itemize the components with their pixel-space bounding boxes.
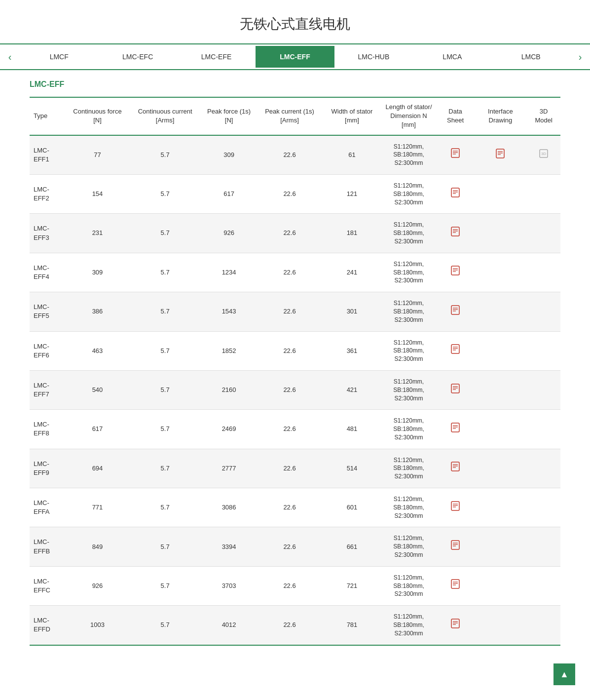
cell-peak-current: 22.6 — [256, 370, 324, 409]
cell-interface-drawing — [474, 527, 527, 566]
cell-continuous-force: 694 — [67, 449, 128, 488]
cell-peak-current: 22.6 — [256, 292, 324, 331]
cell-data-sheet[interactable] — [437, 370, 474, 409]
nav-tabs: LMCFLMC-EFCLMC-EFELMC-EFFLMC-HUBLMCALMCB — [20, 46, 570, 68]
cell-data-sheet[interactable] — [437, 214, 474, 253]
cell-peak-current: 22.6 — [256, 527, 324, 566]
cell-peak-current: 22.6 — [256, 566, 324, 605]
svg-rect-46 — [451, 541, 459, 549]
table-row: LMC-EFF96945.7277722.6514S1:120mm,SB:180… — [30, 449, 560, 488]
cell-data-sheet[interactable] — [437, 527, 474, 566]
cell-peak-force: 926 — [202, 214, 256, 253]
cell-continuous-force: 849 — [67, 527, 128, 566]
cell-interface-drawing[interactable] — [474, 135, 527, 175]
cell-continuous-force: 154 — [67, 174, 128, 213]
pdf-icon[interactable] — [451, 621, 460, 630]
pdf-icon[interactable] — [451, 386, 460, 395]
scroll-top-button[interactable]: ▲ — [553, 663, 575, 685]
3d-model-icon[interactable]: 3D — [539, 152, 548, 159]
nav-tab-lmcb[interactable]: LMCB — [492, 46, 570, 68]
cell-peak-current: 22.6 — [256, 214, 324, 253]
cell-peak-force: 3086 — [202, 488, 256, 527]
pdf-icon[interactable] — [451, 307, 460, 317]
cell-continuous-force: 617 — [67, 410, 128, 449]
table-row: LMC-EFFC9265.7370322.6721S1:120mm,SB:180… — [30, 566, 560, 605]
nav-left-arrow[interactable]: ‹ — [0, 44, 20, 69]
cell-continuous-current: 5.7 — [128, 488, 202, 527]
cell-type: LMC-EFFB — [30, 527, 67, 566]
cell-continuous-current: 5.7 — [128, 370, 202, 409]
cell-data-sheet[interactable] — [437, 292, 474, 331]
pdf-icon[interactable] — [451, 581, 460, 591]
nav-right-arrow[interactable]: › — [570, 44, 590, 69]
svg-rect-18 — [451, 266, 459, 275]
cell-type: LMC-EFF6 — [30, 331, 67, 370]
cell-data-sheet[interactable] — [437, 135, 474, 175]
col-header-data_sheet: Data Sheet — [437, 97, 474, 135]
cell-data-sheet[interactable] — [437, 410, 474, 449]
cell-data-sheet[interactable] — [437, 606, 474, 645]
cell-continuous-force: 1003 — [67, 606, 128, 645]
nav-tab-lmc-efc[interactable]: LMC-EFC — [98, 46, 177, 68]
cell-stator-dims: S1:120mm,SB:180mm,S2:300mm — [380, 370, 437, 409]
cell-type: LMC-EFFC — [30, 566, 67, 605]
nav-bar: ‹ LMCFLMC-EFCLMC-EFELMC-EFFLMC-HUBLMCALM… — [0, 43, 590, 70]
svg-rect-42 — [451, 502, 459, 510]
cell-3d-model — [527, 331, 560, 370]
cell-width-stator: 181 — [324, 214, 381, 253]
cell-type: LMC-EFF4 — [30, 253, 67, 292]
pdf-icon[interactable] — [451, 229, 460, 238]
cell-3d-model[interactable]: 3D — [527, 135, 560, 175]
cell-continuous-current: 5.7 — [128, 253, 202, 292]
cell-3d-model — [527, 370, 560, 409]
cell-width-stator: 421 — [324, 370, 381, 409]
col-header-type: Type — [30, 97, 67, 135]
cell-continuous-current: 5.7 — [128, 214, 202, 253]
nav-tab-lmc-eff[interactable]: LMC-EFF — [256, 46, 334, 68]
cell-stator-dims: S1:120mm,SB:180mm,S2:300mm — [380, 527, 437, 566]
table-row: LMC-EFF75405.7216022.6421S1:120mm,SB:180… — [30, 370, 560, 409]
cell-3d-model — [527, 606, 560, 645]
pdf-icon[interactable] — [451, 190, 460, 199]
cell-continuous-force: 386 — [67, 292, 128, 331]
pdf-icon[interactable] — [451, 503, 460, 513]
pdf-icon[interactable] — [496, 152, 505, 160]
cell-peak-current: 22.6 — [256, 488, 324, 527]
cell-peak-force: 2469 — [202, 410, 256, 449]
cell-peak-current: 22.6 — [256, 135, 324, 175]
cell-type: LMC-EFF9 — [30, 449, 67, 488]
pdf-icon[interactable] — [451, 425, 460, 434]
svg-rect-54 — [451, 619, 459, 628]
table-row: LMC-EFF21545.761722.6121S1:120mm,SB:180m… — [30, 174, 560, 213]
cell-data-sheet[interactable] — [437, 449, 474, 488]
cell-stator-dims: S1:120mm,SB:180mm,S2:300mm — [380, 606, 437, 645]
cell-stator-dims: S1:120mm,SB:180mm,S2:300mm — [380, 488, 437, 527]
nav-tab-lmc-efe[interactable]: LMC-EFE — [177, 46, 256, 68]
cell-3d-model — [527, 214, 560, 253]
cell-width-stator: 301 — [324, 292, 381, 331]
pdf-icon[interactable] — [451, 268, 460, 277]
cell-data-sheet[interactable] — [437, 174, 474, 213]
cell-interface-drawing — [474, 174, 527, 213]
cell-interface-drawing — [474, 410, 527, 449]
cell-data-sheet[interactable] — [437, 331, 474, 370]
pdf-icon[interactable] — [451, 464, 460, 473]
nav-tab-lmcf[interactable]: LMCF — [20, 46, 98, 68]
cell-interface-drawing — [474, 292, 527, 331]
cell-data-sheet[interactable] — [437, 253, 474, 292]
product-table: TypeContinuous force [N]Continuous curre… — [30, 97, 560, 646]
table-row: LMC-EFF43095.7123422.6241S1:120mm,SB:180… — [30, 253, 560, 292]
cell-data-sheet[interactable] — [437, 488, 474, 527]
col-header-model_3d: 3D Model — [527, 97, 560, 135]
cell-width-stator: 781 — [324, 606, 381, 645]
cell-width-stator: 514 — [324, 449, 381, 488]
cell-continuous-force: 771 — [67, 488, 128, 527]
pdf-icon[interactable] — [451, 542, 460, 552]
pdf-icon[interactable] — [451, 150, 460, 160]
nav-tab-lmc-hub[interactable]: LMC-HUB — [334, 46, 413, 68]
cell-peak-current: 22.6 — [256, 174, 324, 213]
cell-data-sheet[interactable] — [437, 566, 474, 605]
pdf-icon[interactable] — [451, 346, 460, 356]
nav-tab-lmca[interactable]: LMCA — [413, 46, 491, 68]
cell-peak-force: 3703 — [202, 566, 256, 605]
